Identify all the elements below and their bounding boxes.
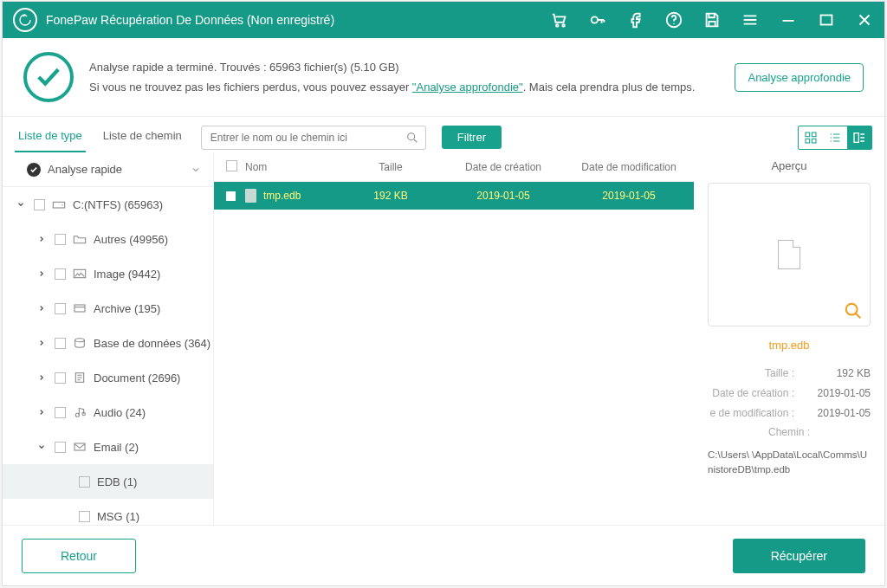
svg-point-6 — [407, 132, 414, 139]
scan-status: Analyse rapide a terminé. Trouvés : 6596… — [3, 38, 884, 117]
tree-database[interactable]: Base de données (364) — [3, 326, 213, 360]
chevron-right-icon[interactable] — [36, 339, 48, 347]
cell-modified: 2019-01-05 — [564, 190, 694, 202]
success-check-icon — [23, 52, 74, 102]
checkbox[interactable] — [55, 303, 66, 314]
svg-rect-8 — [812, 132, 816, 137]
tree-drive[interactable]: C:(NTFS) (65963) — [3, 187, 213, 222]
deep-scan-button[interactable]: Analyse approfondie — [735, 63, 864, 92]
help-icon[interactable] — [664, 10, 683, 29]
tree-edb[interactable]: EDB (1) — [3, 464, 213, 499]
preview-thumbnail[interactable] — [708, 183, 871, 326]
search-icon[interactable] — [405, 131, 419, 145]
cart-icon[interactable] — [550, 10, 569, 29]
svg-point-1 — [562, 24, 565, 27]
checkbox[interactable] — [55, 338, 66, 349]
tree-autres[interactable]: Autres (49956) — [3, 222, 213, 256]
view-grid[interactable] — [799, 126, 823, 149]
filter-button[interactable]: Filtrer — [442, 126, 502, 149]
chevron-right-icon[interactable] — [36, 373, 48, 382]
col-size[interactable]: Taille — [339, 161, 443, 173]
tree-drive-label: C:(NTFS) (65963) — [73, 198, 163, 211]
drive-icon — [52, 198, 66, 210]
checkbox[interactable] — [55, 442, 66, 453]
tree-item-label: Audio (24) — [94, 406, 146, 419]
page-icon — [778, 240, 800, 269]
tree-item-label: MSG (1) — [97, 510, 139, 523]
minimize-icon[interactable] — [779, 10, 798, 29]
tab-type-list[interactable]: Liste de type — [15, 122, 86, 152]
preview-path-value: C:\Users\ \AppData\Local\Comms\UnistoreD… — [708, 448, 871, 478]
tree-image[interactable]: Image (9442) — [3, 256, 213, 291]
checkbox[interactable] — [55, 268, 66, 280]
chevron-right-icon[interactable] — [36, 304, 48, 313]
svg-rect-7 — [806, 132, 810, 137]
menu-icon[interactable] — [741, 10, 760, 29]
preview-path-key: Chemin : — [708, 423, 871, 443]
preview-title: Aperçu — [708, 152, 871, 183]
chevron-right-icon[interactable] — [36, 269, 48, 278]
chevron-right-icon[interactable] — [36, 235, 48, 243]
recover-button[interactable]: Récupérer — [733, 539, 865, 573]
tree-item-label: Document (2696) — [94, 372, 180, 384]
svg-point-21 — [846, 304, 858, 315]
checkbox[interactable] — [226, 191, 236, 201]
col-created[interactable]: Date de création — [443, 161, 564, 173]
audio-icon — [73, 406, 87, 418]
archive-icon — [73, 302, 87, 314]
tree-quick-scan[interactable]: Analyse rapide — [3, 152, 213, 187]
cell-name: tmp.edb — [263, 190, 301, 202]
filter-input[interactable] — [201, 126, 426, 150]
view-switch — [798, 126, 872, 150]
tree-document[interactable]: Document (2696) — [3, 360, 213, 395]
close-icon[interactable] — [855, 10, 874, 29]
tree-item-label: Base de données (364) — [94, 337, 210, 350]
email-icon — [73, 441, 87, 453]
preview-modified-key: e de modification : — [708, 404, 794, 423]
preview-created-key: Date de création : — [708, 384, 794, 404]
check-badge-icon — [27, 163, 41, 177]
checkbox[interactable] — [79, 511, 90, 522]
tree-msg[interactable]: MSG (1) — [3, 499, 213, 525]
app-title: FonePaw Récupération De Données (Non enr… — [46, 13, 550, 27]
folder-icon — [73, 233, 87, 245]
back-button[interactable]: Retour — [22, 539, 136, 573]
file-icon — [245, 189, 256, 203]
checkbox[interactable] — [79, 476, 90, 488]
chevron-down-icon[interactable] — [15, 200, 27, 209]
table-row[interactable]: tmp.edb 192 KB 2019-01-05 2019-01-05 — [214, 182, 694, 210]
svg-point-2 — [592, 16, 598, 23]
key-icon[interactable] — [588, 10, 607, 29]
save-icon[interactable] — [702, 10, 722, 29]
zoom-icon[interactable] — [844, 301, 863, 320]
tree-archive[interactable]: Archive (195) — [3, 291, 213, 326]
document-icon — [73, 372, 87, 384]
view-list[interactable] — [823, 126, 847, 149]
app-logo — [13, 8, 37, 32]
chevron-down-icon — [191, 165, 201, 175]
checkbox[interactable] — [34, 199, 45, 210]
svg-point-16 — [75, 339, 85, 342]
image-icon — [73, 268, 87, 280]
checkbox[interactable] — [55, 234, 66, 245]
svg-point-4 — [673, 23, 674, 24]
checkbox-all[interactable] — [226, 160, 237, 171]
preview-modified-value: 2019-01-05 — [818, 404, 871, 423]
tree-email[interactable]: Email (2) — [3, 430, 213, 464]
tab-path-list[interactable]: Liste de chemin — [100, 122, 185, 152]
view-detail[interactable] — [847, 126, 871, 149]
checkbox[interactable] — [55, 372, 66, 384]
col-name[interactable]: Nom — [245, 161, 339, 173]
checkbox[interactable] — [55, 407, 66, 418]
tree-item-label: EDB (1) — [97, 475, 137, 488]
chevron-right-icon[interactable] — [36, 408, 48, 417]
deep-scan-link[interactable]: "Analyse approfondie" — [412, 81, 523, 94]
svg-rect-15 — [74, 305, 85, 312]
maximize-icon[interactable] — [817, 10, 836, 29]
cell-size: 192 KB — [339, 190, 443, 202]
facebook-icon[interactable] — [626, 10, 645, 29]
tree-audio[interactable]: Audio (24) — [3, 395, 213, 430]
col-modified[interactable]: Date de modification — [564, 161, 694, 173]
chevron-down-icon[interactable] — [36, 443, 48, 451]
footer: Retour Récupérer — [3, 525, 884, 585]
